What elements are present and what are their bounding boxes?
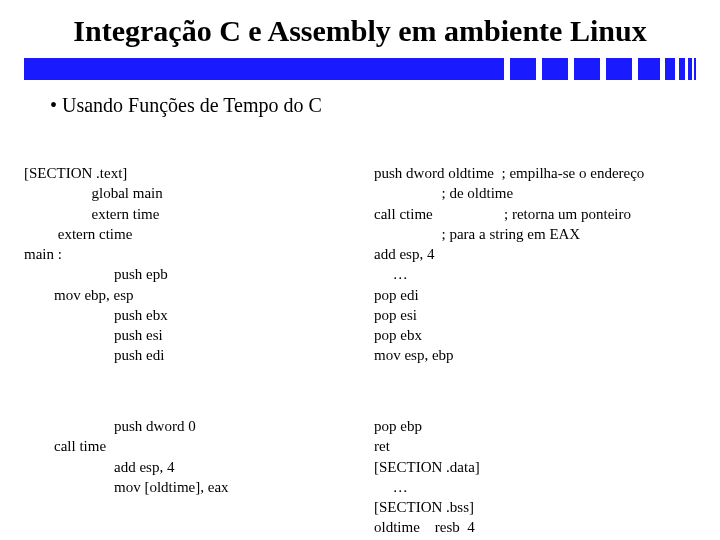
- code-block-right-1: push dword oldtime ; empilha-se o endere…: [374, 163, 696, 366]
- right-column: push dword oldtime ; empilha-se o endere…: [374, 123, 696, 541]
- code-columns: [SECTION .text] global main extern time …: [24, 123, 696, 541]
- code-block-left-2: push dword 0 call time add esp, 4 mov [o…: [24, 416, 346, 497]
- slide: Integração C e Assembly em ambiente Linu…: [0, 0, 720, 540]
- bullet-heading: Usando Funções de Tempo do C: [50, 94, 696, 117]
- code-block-right-2: pop ebp ret [SECTION .data] … [SECTION .…: [374, 416, 696, 538]
- code-block-left-1: [SECTION .text] global main extern time …: [24, 163, 346, 366]
- left-column: [SECTION .text] global main extern time …: [24, 123, 346, 541]
- page-title: Integração C e Assembly em ambiente Linu…: [64, 12, 656, 50]
- divider-bar: [24, 58, 696, 80]
